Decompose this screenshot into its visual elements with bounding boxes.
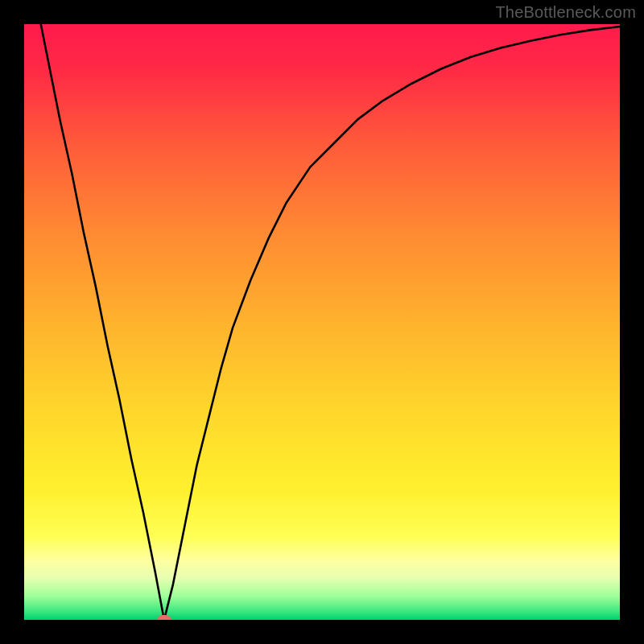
bottleneck-curve [24,24,620,620]
chart-frame: TheBottleneck.com [0,0,644,644]
plot-area [24,24,620,620]
watermark-text: TheBottleneck.com [495,3,636,22]
curve-layer [24,24,620,620]
min-marker-icon [157,615,171,620]
